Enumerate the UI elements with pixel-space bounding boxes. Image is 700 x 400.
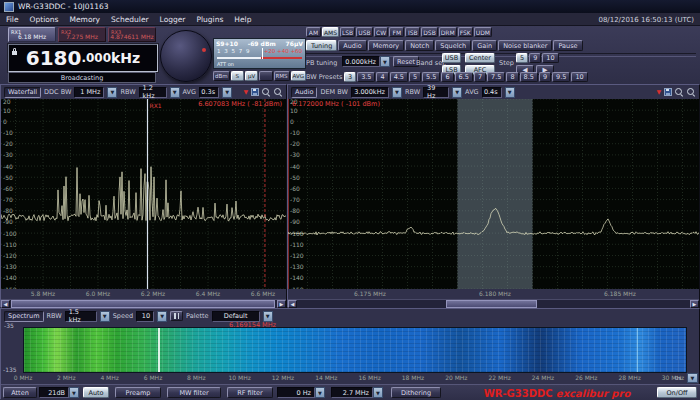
if-bw-dropdown[interactable]: ▼ (373, 387, 383, 398)
ddc-avg-value[interactable]: 0.3s (199, 87, 219, 98)
smeter-button-rms[interactable]: RMS (274, 71, 290, 81)
mode-button-dsb[interactable]: DSB (421, 27, 438, 37)
ddc-scrollbar[interactable]: ◀ ▶ (1, 299, 286, 308)
section-tab-notch[interactable]: Notch (405, 40, 434, 51)
scroll-right-icon[interactable]: ▶ (690, 300, 699, 308)
if-bw-value[interactable]: 2.7 MHz (331, 387, 373, 398)
step-button-10[interactable]: 10 (542, 53, 558, 63)
ddc-bw-dropdown[interactable]: ▼ (107, 87, 117, 98)
bw-preset-3[interactable]: 3 (344, 72, 356, 82)
mode-button-am[interactable]: AM (306, 27, 321, 37)
audio-rbw-value[interactable]: 39 Hz (423, 87, 449, 98)
preamp-button[interactable]: Preamp (115, 387, 161, 398)
scroll-left-icon[interactable]: ◀ (288, 300, 297, 308)
ddc-spectrum-plot[interactable]: 20100-10-20-30-40-50-60-70-80-90-100-110… (1, 99, 286, 289)
pb-tuning-dropdown[interactable]: ▼ (380, 56, 390, 67)
menu-item-options[interactable]: Options (30, 15, 59, 24)
section-tab-gain[interactable]: Gain (472, 40, 497, 51)
ddc-rbw-dropdown[interactable]: ▼ (170, 87, 180, 98)
bw-preset-4-5[interactable]: 4.5 (390, 72, 408, 82)
step-button-9[interactable]: 9 (529, 53, 541, 63)
bw-preset-8[interactable]: 8 (506, 72, 518, 82)
section-tab-memory[interactable]: Memory (368, 40, 404, 51)
menu-item-scheduler[interactable]: Scheduler (111, 15, 149, 24)
waterfall-mode-button[interactable]: Waterfall (4, 87, 41, 98)
mode-button-fm[interactable]: FM (389, 27, 404, 37)
bw-preset-8-5[interactable]: 8.5 (520, 72, 538, 82)
audio-scroll-track[interactable] (297, 300, 690, 308)
zoom-out-icon[interactable] (262, 88, 271, 97)
audio-scroll-thumb[interactable] (446, 300, 536, 308)
rf-filter-value[interactable]: 0 Hz (277, 387, 315, 398)
audio-mode-button[interactable]: Audio (291, 87, 317, 98)
audio-avg-dropdown[interactable]: ▼ (505, 87, 515, 98)
center-button[interactable]: Center (465, 53, 495, 63)
ddc-avg-dropdown[interactable]: ▼ (222, 87, 232, 98)
section-tab-noise-blanker[interactable]: Noise blanker (498, 40, 552, 51)
step-button-5[interactable]: 5 (516, 53, 528, 63)
audio-avg-value[interactable]: 0.4s (482, 87, 502, 98)
marker-icon[interactable]: ▼ (656, 89, 661, 95)
dithering-button[interactable]: Dithering (391, 387, 441, 398)
smeter-button--v[interactable]: µV (245, 71, 258, 81)
bw-preset-6-5[interactable]: 6.5 (455, 72, 473, 82)
ddc-bw-value[interactable]: 1 MHz (74, 87, 104, 98)
bw-preset-5-5[interactable]: 5.5 (422, 72, 440, 82)
mode-button-usb[interactable]: USB (356, 27, 372, 37)
bw-preset-6[interactable]: 6 (441, 72, 453, 82)
audio-rbw-dropdown[interactable]: ▼ (452, 87, 462, 98)
zoom-out-icon[interactable] (675, 88, 684, 97)
frequency-display[interactable]: 6180.000kHz (8, 44, 158, 72)
scroll-left-icon[interactable]: ◀ (1, 300, 10, 308)
pause-button[interactable] (170, 311, 183, 321)
section-tab-pause[interactable]: Pause (553, 40, 582, 51)
mode-button-drm[interactable]: DRM (439, 27, 457, 37)
rf-filter-dropdown[interactable]: ▼ (315, 387, 325, 398)
mode-button-isb[interactable]: ISB (405, 27, 420, 37)
scroll-right-icon[interactable]: ▶ (277, 300, 286, 308)
mw-filter-button[interactable]: MW filter (167, 387, 221, 398)
rx-tab-1[interactable]: RX1 6.18 MHz (8, 27, 56, 42)
bw-preset-3-5[interactable]: 3.5 (357, 72, 375, 82)
menu-item-plugins[interactable]: Plugins (196, 15, 223, 24)
pb-tuning-input[interactable]: 0.000kHz (342, 56, 380, 67)
audio-spectrum-plot[interactable]: 20100-10-20-30-40-50-60-70-80-90-100-110… (288, 99, 699, 289)
onoff-button[interactable]: On/Off (657, 387, 697, 398)
menu-item-logger[interactable]: Logger (160, 15, 186, 24)
wf-timespan-dropdown[interactable]: ▼ (687, 373, 698, 383)
mode-button-lsb[interactable]: LSB (340, 27, 355, 37)
fullband-waterfall[interactable] (23, 327, 687, 373)
save-icon[interactable] (664, 88, 672, 96)
dem-bw-value[interactable]: 3.000kHz (351, 87, 389, 98)
bw-preset-10[interactable]: 10 (571, 72, 587, 82)
palette-value[interactable]: Default (212, 311, 260, 322)
section-tab-tuning[interactable]: Tuning (306, 40, 337, 51)
speed-value[interactable]: 10 (136, 311, 154, 322)
save-icon[interactable] (251, 88, 259, 96)
smeter-button-3[interactable] (259, 71, 272, 81)
speed-dropdown[interactable]: ▼ (157, 311, 167, 322)
smeter-button-dbm[interactable]: dBm (213, 71, 230, 81)
audio-scrollbar[interactable]: ◀ ▶ (288, 299, 699, 308)
mode-button-cw[interactable]: CW (374, 27, 389, 37)
palette-dropdown[interactable]: ▼ (263, 311, 273, 322)
spectrum-rbw-dropdown[interactable]: ▼ (100, 311, 110, 322)
spectrum-rbw-value[interactable]: 1.5 kHz (65, 311, 97, 322)
atten-dropdown[interactable]: ▼ (69, 387, 79, 398)
section-tab-squelch[interactable]: Squelch (435, 40, 471, 51)
bw-preset-4[interactable]: 4 (376, 72, 388, 82)
ddc-rbw-value[interactable]: 1.2 kHz (139, 87, 167, 98)
ddc-scroll-track[interactable] (10, 300, 277, 308)
atten-value[interactable]: 21dB (39, 387, 69, 398)
atten-auto-button[interactable]: Auto (83, 387, 109, 398)
menu-item-help[interactable]: Help (234, 15, 251, 24)
tuning-knob[interactable] (160, 30, 212, 82)
zoom-in-icon[interactable] (687, 88, 696, 97)
spectrum-mode-button[interactable]: Spectrum (4, 311, 44, 322)
rx-tab-2[interactable]: RX2 7.275 MHz (58, 27, 106, 42)
bw-preset-9[interactable]: 9 (539, 72, 551, 82)
ddc-scroll-thumb[interactable] (11, 300, 275, 308)
band-sel-usb-button[interactable]: USB (442, 53, 461, 63)
smeter-button-s[interactable]: S (231, 71, 244, 81)
bw-preset-5[interactable]: 5 (409, 72, 421, 82)
